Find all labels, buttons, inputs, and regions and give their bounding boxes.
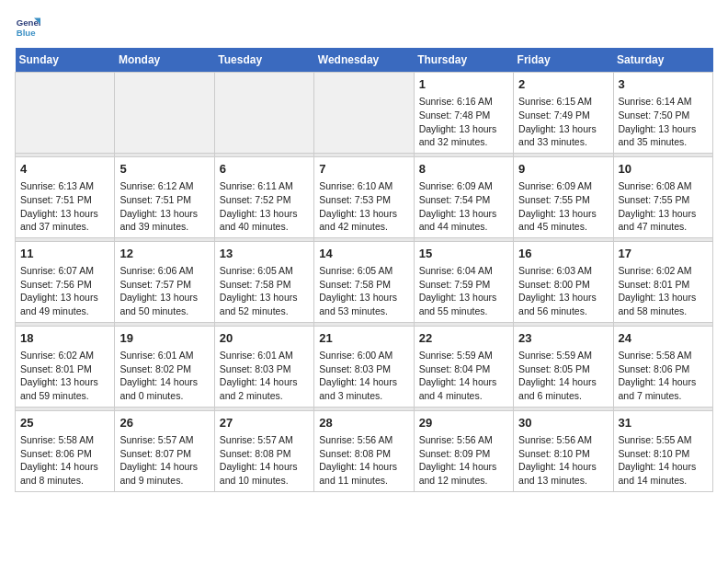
day-info: Sunrise: 5:58 AM Sunset: 8:06 PM Dayligh… xyxy=(20,433,109,488)
day-number: 6 xyxy=(220,161,309,178)
calendar-cell xyxy=(214,73,313,154)
calendar-cell: 12Sunrise: 6:06 AM Sunset: 7:57 PM Dayli… xyxy=(115,241,214,322)
day-number: 8 xyxy=(419,161,508,178)
day-info: Sunrise: 6:00 AM Sunset: 8:03 PM Dayligh… xyxy=(319,349,408,403)
day-number: 31 xyxy=(619,415,708,431)
day-info: Sunrise: 6:02 AM Sunset: 8:01 PM Dayligh… xyxy=(20,349,109,403)
weekday-header-row: SundayMondayTuesdayWednesdayThursdayFrid… xyxy=(16,48,713,73)
day-info: Sunrise: 6:08 AM Sunset: 7:55 PM Dayligh… xyxy=(619,179,708,234)
weekday-header-wednesday: Wednesday xyxy=(314,48,414,73)
day-info: Sunrise: 6:14 AM Sunset: 7:50 PM Dayligh… xyxy=(619,95,708,149)
day-info: Sunrise: 5:59 AM Sunset: 8:04 PM Dayligh… xyxy=(419,349,508,403)
calendar-cell: 10Sunrise: 6:08 AM Sunset: 7:55 PM Dayli… xyxy=(613,156,712,237)
calendar-cell: 22Sunrise: 5:59 AM Sunset: 8:04 PM Dayli… xyxy=(414,326,513,407)
day-info: Sunrise: 5:59 AM Sunset: 8:05 PM Dayligh… xyxy=(518,349,608,403)
calendar-cell: 25Sunrise: 5:58 AM Sunset: 8:06 PM Dayli… xyxy=(16,410,115,491)
day-info: Sunrise: 6:09 AM Sunset: 7:54 PM Dayligh… xyxy=(419,179,508,234)
day-info: Sunrise: 6:01 AM Sunset: 8:02 PM Dayligh… xyxy=(119,349,209,403)
calendar-cell: 19Sunrise: 6:01 AM Sunset: 8:02 PM Dayli… xyxy=(115,326,214,407)
calendar-week-row: 4Sunrise: 6:13 AM Sunset: 7:51 PM Daylig… xyxy=(16,156,713,237)
day-number: 27 xyxy=(220,415,309,431)
day-number: 9 xyxy=(518,161,608,178)
day-number: 26 xyxy=(119,415,209,431)
logo-icon: General Blue xyxy=(15,15,40,40)
day-info: Sunrise: 6:11 AM Sunset: 7:52 PM Dayligh… xyxy=(220,179,309,234)
calendar-cell: 23Sunrise: 5:59 AM Sunset: 8:05 PM Dayli… xyxy=(514,326,613,407)
calendar-cell: 1Sunrise: 6:16 AM Sunset: 7:48 PM Daylig… xyxy=(414,73,513,154)
calendar-table: SundayMondayTuesdayWednesdayThursdayFrid… xyxy=(15,48,713,492)
calendar-cell: 18Sunrise: 6:02 AM Sunset: 8:01 PM Dayli… xyxy=(16,326,115,407)
day-number: 14 xyxy=(319,246,408,262)
day-number: 21 xyxy=(319,330,408,347)
day-number: 3 xyxy=(619,76,708,93)
calendar-cell: 2Sunrise: 6:15 AM Sunset: 7:49 PM Daylig… xyxy=(514,73,613,154)
calendar-cell: 11Sunrise: 6:07 AM Sunset: 7:56 PM Dayli… xyxy=(16,241,115,322)
calendar-week-row: 25Sunrise: 5:58 AM Sunset: 8:06 PM Dayli… xyxy=(16,410,713,491)
day-info: Sunrise: 5:57 AM Sunset: 8:07 PM Dayligh… xyxy=(119,433,209,488)
day-info: Sunrise: 6:12 AM Sunset: 7:51 PM Dayligh… xyxy=(119,179,209,234)
calendar-cell: 8Sunrise: 6:09 AM Sunset: 7:54 PM Daylig… xyxy=(414,156,513,237)
day-info: Sunrise: 5:57 AM Sunset: 8:08 PM Dayligh… xyxy=(220,433,309,488)
day-number: 22 xyxy=(419,330,508,347)
day-number: 10 xyxy=(619,161,708,178)
day-info: Sunrise: 6:15 AM Sunset: 7:49 PM Dayligh… xyxy=(518,95,608,149)
calendar-cell xyxy=(314,73,414,154)
day-info: Sunrise: 6:06 AM Sunset: 7:57 PM Dayligh… xyxy=(119,264,209,318)
day-info: Sunrise: 6:03 AM Sunset: 8:00 PM Dayligh… xyxy=(518,264,608,318)
calendar-cell: 7Sunrise: 6:10 AM Sunset: 7:53 PM Daylig… xyxy=(314,156,414,237)
day-number: 12 xyxy=(119,246,209,262)
calendar-cell: 14Sunrise: 6:05 AM Sunset: 7:58 PM Dayli… xyxy=(314,241,414,322)
weekday-header-sunday: Sunday xyxy=(16,48,115,73)
day-number: 13 xyxy=(220,246,309,262)
day-number: 7 xyxy=(319,161,408,178)
calendar-cell: 16Sunrise: 6:03 AM Sunset: 8:00 PM Dayli… xyxy=(514,241,613,322)
calendar-cell: 6Sunrise: 6:11 AM Sunset: 7:52 PM Daylig… xyxy=(214,156,313,237)
day-number: 15 xyxy=(419,246,508,262)
calendar-cell: 27Sunrise: 5:57 AM Sunset: 8:08 PM Dayli… xyxy=(214,410,313,491)
day-info: Sunrise: 6:09 AM Sunset: 7:55 PM Dayligh… xyxy=(518,179,608,234)
calendar-cell xyxy=(16,73,115,154)
header: General Blue xyxy=(15,15,713,40)
weekday-header-tuesday: Tuesday xyxy=(214,48,313,73)
calendar-cell: 9Sunrise: 6:09 AM Sunset: 7:55 PM Daylig… xyxy=(514,156,613,237)
calendar-cell: 28Sunrise: 5:56 AM Sunset: 8:08 PM Dayli… xyxy=(314,410,414,491)
day-info: Sunrise: 6:02 AM Sunset: 8:01 PM Dayligh… xyxy=(619,264,708,318)
calendar-cell: 24Sunrise: 5:58 AM Sunset: 8:06 PM Dayli… xyxy=(613,326,712,407)
day-number: 25 xyxy=(20,415,109,431)
calendar-cell: 30Sunrise: 5:56 AM Sunset: 8:10 PM Dayli… xyxy=(514,410,613,491)
day-number: 5 xyxy=(119,161,209,178)
calendar-cell: 15Sunrise: 6:04 AM Sunset: 7:59 PM Dayli… xyxy=(414,241,513,322)
svg-text:Blue: Blue xyxy=(17,28,36,38)
calendar-cell: 4Sunrise: 6:13 AM Sunset: 7:51 PM Daylig… xyxy=(16,156,115,237)
day-number: 2 xyxy=(518,76,608,93)
day-info: Sunrise: 6:01 AM Sunset: 8:03 PM Dayligh… xyxy=(220,349,309,403)
day-number: 4 xyxy=(20,161,109,178)
weekday-header-thursday: Thursday xyxy=(414,48,513,73)
day-info: Sunrise: 6:05 AM Sunset: 7:58 PM Dayligh… xyxy=(220,264,309,318)
calendar-cell: 21Sunrise: 6:00 AM Sunset: 8:03 PM Dayli… xyxy=(314,326,414,407)
day-number: 19 xyxy=(119,330,209,347)
day-info: Sunrise: 5:58 AM Sunset: 8:06 PM Dayligh… xyxy=(619,349,708,403)
day-info: Sunrise: 5:55 AM Sunset: 8:10 PM Dayligh… xyxy=(619,433,708,488)
calendar-week-row: 1Sunrise: 6:16 AM Sunset: 7:48 PM Daylig… xyxy=(16,73,713,154)
day-info: Sunrise: 6:05 AM Sunset: 7:58 PM Dayligh… xyxy=(319,264,408,318)
calendar-cell: 5Sunrise: 6:12 AM Sunset: 7:51 PM Daylig… xyxy=(115,156,214,237)
weekday-header-monday: Monday xyxy=(115,48,214,73)
day-number: 18 xyxy=(20,330,109,347)
weekday-header-friday: Friday xyxy=(514,48,613,73)
day-number: 30 xyxy=(518,415,608,431)
day-info: Sunrise: 5:56 AM Sunset: 8:10 PM Dayligh… xyxy=(518,433,608,488)
day-number: 17 xyxy=(619,246,708,262)
day-info: Sunrise: 6:16 AM Sunset: 7:48 PM Dayligh… xyxy=(419,95,508,149)
calendar-cell: 3Sunrise: 6:14 AM Sunset: 7:50 PM Daylig… xyxy=(613,73,712,154)
calendar-cell: 20Sunrise: 6:01 AM Sunset: 8:03 PM Dayli… xyxy=(214,326,313,407)
day-number: 28 xyxy=(319,415,408,431)
day-number: 11 xyxy=(20,246,109,262)
calendar-week-row: 18Sunrise: 6:02 AM Sunset: 8:01 PM Dayli… xyxy=(16,326,713,407)
day-number: 20 xyxy=(220,330,309,347)
day-info: Sunrise: 6:10 AM Sunset: 7:53 PM Dayligh… xyxy=(319,179,408,234)
calendar-week-row: 11Sunrise: 6:07 AM Sunset: 7:56 PM Dayli… xyxy=(16,241,713,322)
day-info: Sunrise: 5:56 AM Sunset: 8:08 PM Dayligh… xyxy=(319,433,408,488)
day-number: 16 xyxy=(518,246,608,262)
day-info: Sunrise: 6:13 AM Sunset: 7:51 PM Dayligh… xyxy=(20,179,109,234)
